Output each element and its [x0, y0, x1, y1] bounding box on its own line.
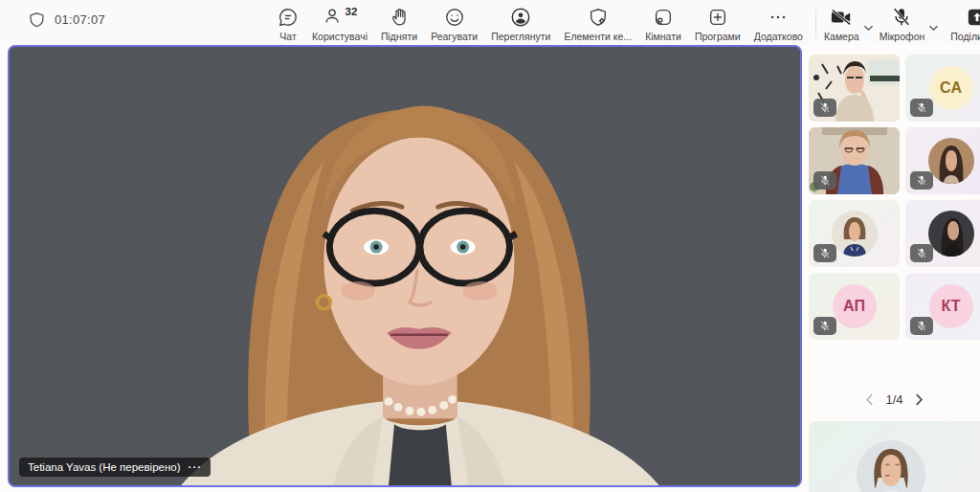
more-label: Додатково	[754, 31, 803, 42]
react-label: Реагувати	[431, 31, 478, 42]
rooms-button[interactable]: Кімнати	[638, 4, 688, 44]
raise-hand-button[interactable]: Підняти	[374, 4, 424, 44]
meeting-toolbar: Чат 32 Користувачі	[271, 4, 980, 44]
mic-off-icon	[819, 247, 831, 259]
device-controls: Камера	[822, 4, 980, 44]
shield-icon	[29, 11, 45, 29]
share-label: Поділитися	[950, 31, 980, 42]
mic-off-icon	[819, 101, 831, 114]
view-button[interactable]: Переглянути	[484, 4, 557, 44]
mic-off-icon	[819, 174, 831, 187]
camera-off-icon	[830, 6, 853, 29]
participant-avatar: АП	[833, 284, 877, 328]
speaker-name: Tetiana Yavas (Не перевірено)	[28, 461, 181, 473]
microphone-button[interactable]: Мікрофон	[878, 4, 927, 44]
mic-muted-badge	[813, 99, 836, 117]
grid-pagination: 1/4	[809, 392, 980, 407]
mic-muted-badge	[813, 244, 836, 262]
camera-label: Камера	[824, 31, 859, 42]
participant-avatar	[928, 211, 974, 257]
meeting-header: 01:07:07 Чат	[0, 0, 980, 45]
avatar-initials: КТ	[942, 298, 961, 315]
mic-muted-badge	[910, 99, 933, 117]
main-speaker-video[interactable]: Tetiana Yavas (Не перевірено) ···	[8, 45, 802, 487]
react-button[interactable]: Реагувати	[424, 4, 484, 44]
speaker-video-frame	[10, 47, 800, 485]
more-button[interactable]: Додатково	[747, 4, 810, 44]
participant-grid: CA	[809, 55, 980, 340]
mic-off-icon	[819, 320, 831, 332]
meeting-options-label: Елементи ке...	[564, 31, 632, 42]
view-icon	[510, 6, 531, 29]
pagination-next-icon[interactable]	[915, 393, 924, 406]
mic-muted-badge	[910, 171, 933, 190]
mic-muted-badge	[813, 317, 836, 335]
pagination-prev-icon[interactable]	[865, 393, 874, 406]
mic-muted-badge	[910, 244, 933, 262]
camera-button[interactable]: Камера	[822, 4, 861, 44]
meeting-timer: 01:07:07	[55, 12, 105, 27]
participant-tile-photo-3[interactable]	[905, 200, 980, 267]
participant-tile-photo-1[interactable]	[905, 127, 980, 194]
participant-tile-initials-kt[interactable]: КТ	[905, 273, 980, 340]
raise-hand-label: Підняти	[381, 31, 417, 42]
avatar-initials: АП	[843, 298, 865, 315]
more-ellipsis-icon	[768, 6, 789, 29]
participant-tile-initials-ap[interactable]: АП	[809, 273, 900, 340]
participant-tile-video-1[interactable]	[809, 55, 900, 122]
mic-off-icon	[916, 320, 927, 332]
chat-button[interactable]: Чат	[271, 4, 305, 44]
avatar-initials: CA	[940, 79, 962, 97]
share-screen-icon	[966, 6, 980, 29]
mic-muted-badge	[813, 171, 836, 190]
rooms-icon	[653, 6, 674, 29]
toolbar-divider	[815, 10, 816, 38]
shield-gear-icon	[588, 6, 609, 29]
participant-avatar	[857, 440, 925, 492]
pagination-label: 1/4	[885, 392, 902, 407]
mic-off-icon	[916, 101, 927, 114]
participant-avatar: CA	[929, 66, 973, 110]
participant-avatar: КТ	[929, 284, 973, 328]
microphone-dropdown-chevron-icon[interactable]	[928, 18, 939, 35]
microphone-label: Мікрофон	[880, 31, 925, 42]
participant-avatar	[832, 211, 878, 257]
participant-tile-initials-ca[interactable]: CA	[905, 55, 980, 122]
chat-label: Чат	[279, 31, 296, 42]
mic-off-icon	[916, 174, 927, 187]
teams-meeting-window: 01:07:07 Чат	[0, 0, 980, 492]
share-button[interactable]: Поділитися	[943, 4, 980, 44]
participants-button[interactable]: 32 Користувачі	[305, 4, 374, 44]
mic-off-icon	[916, 247, 927, 259]
participant-tile-photo-2[interactable]	[809, 200, 900, 267]
meeting-timer-group: 01:07:07	[29, 11, 105, 29]
participant-count-badge: 32	[345, 6, 358, 17]
speaker-name-pill: Tetiana Yavas (Не перевірено) ···	[19, 458, 211, 477]
apps-plus-icon	[707, 6, 728, 29]
participant-avatar	[928, 138, 974, 184]
chat-icon	[278, 6, 299, 29]
participants-sidebar: CA	[809, 45, 980, 492]
rooms-label: Кімнати	[645, 31, 681, 42]
raise-hand-icon	[390, 6, 410, 29]
mic-muted-badge	[910, 317, 933, 335]
view-label: Переглянути	[491, 31, 550, 42]
participant-tile-video-2[interactable]	[809, 127, 900, 194]
participant-tile-photo-bottom[interactable]	[809, 421, 980, 492]
apps-label: Програми	[695, 31, 741, 42]
react-smiley-icon	[444, 6, 465, 29]
people-icon	[323, 6, 344, 31]
apps-button[interactable]: Програми	[688, 4, 747, 44]
meeting-options-button[interactable]: Елементи ке...	[557, 4, 638, 44]
speaker-more-button[interactable]: ···	[189, 464, 203, 470]
participants-label: Користувачі	[312, 31, 368, 42]
mic-off-icon	[891, 6, 912, 29]
camera-dropdown-chevron-icon[interactable]	[863, 18, 874, 35]
